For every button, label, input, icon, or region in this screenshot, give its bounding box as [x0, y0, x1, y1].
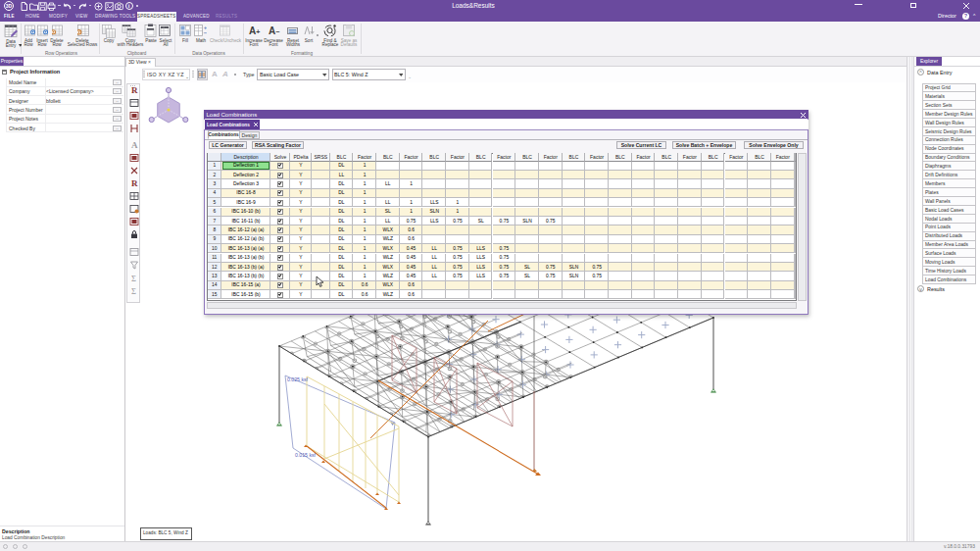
svg-text:0.015 ksf: 0.015 ksf [295, 452, 317, 458]
svg-text:−: − [204, 30, 207, 36]
svg-text:A: A [131, 140, 138, 150]
svg-text:Σ: Σ [131, 286, 136, 296]
svg-text:R: R [131, 85, 138, 95]
svg-text:Σ: Σ [131, 274, 136, 283]
svg-text:R: R [131, 178, 138, 188]
svg-text:0.025 ksf: 0.025 ksf [287, 376, 309, 382]
